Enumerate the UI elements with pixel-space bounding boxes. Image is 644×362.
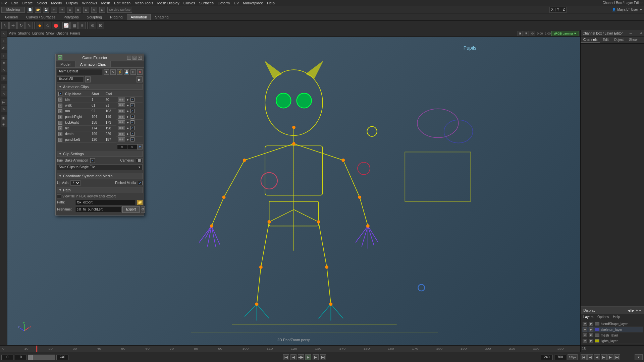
render-btn[interactable]: ▣ <box>1 115 7 121</box>
clip-check-3[interactable]: ✓ <box>130 115 135 119</box>
add-clip-btn[interactable]: + <box>137 144 143 149</box>
menu-display[interactable]: Display <box>66 1 78 5</box>
rotate-tool-btn[interactable]: ↻ <box>17 22 25 29</box>
new-file-btn[interactable]: 📄 <box>27 7 33 13</box>
undo-btn[interactable]: ↩ <box>51 7 57 13</box>
clip-drag-icon-6[interactable]: ≡ <box>58 132 62 136</box>
menu-edit[interactable]: Edit <box>11 1 18 5</box>
clip-end-0[interactable]: 60 <box>106 98 109 102</box>
clip-start-7[interactable]: 120 <box>92 138 97 141</box>
clip-play-btn-7[interactable]: ▶ <box>126 137 130 141</box>
r-go-end-btn[interactable]: ▶| <box>614 354 620 360</box>
paint-btn[interactable]: 🖌 <box>1 44 7 50</box>
snap-point-btn[interactable]: ⊡ <box>99 7 105 13</box>
snap-curve-btn[interactable]: ≋ <box>91 7 97 13</box>
go-start-btn[interactable]: |◀ <box>283 354 289 360</box>
clip-frames-btn-0[interactable]: ▦▦ <box>118 98 125 102</box>
clip-start-6[interactable]: 199 <box>92 132 97 136</box>
embed-media-checkbox[interactable] <box>138 181 143 185</box>
clip-check-0[interactable]: ✓ <box>130 98 135 102</box>
add-layer-btn[interactable]: + <box>636 308 638 313</box>
prev-layer-btn[interactable]: ◀ <box>628 308 630 313</box>
clip-start-4[interactable]: 158 <box>92 121 97 124</box>
coordinate-section-header[interactable]: ▼ Coordinate System and Media <box>57 173 143 179</box>
path-input[interactable] <box>75 200 136 205</box>
soft-sel-btn[interactable]: ⊂ <box>1 84 7 90</box>
move-tool-btn[interactable]: ✛ <box>9 22 17 29</box>
clip-drag-icon-4[interactable]: ≡ <box>58 121 62 125</box>
menu-uv[interactable]: UV <box>234 1 239 5</box>
export-btn[interactable]: Export <box>122 206 140 213</box>
clip-check-6[interactable]: ✓ <box>130 132 135 136</box>
vp-menu-view[interactable]: View <box>9 32 16 35</box>
bake-animation-checkbox[interactable] <box>90 158 95 163</box>
user-account[interactable]: 👤 Maya LT User ▼ <box>612 8 643 11</box>
cameras-btn[interactable]: ▦ <box>136 158 143 163</box>
clip-play-btn-4[interactable]: ▶ <box>126 120 130 124</box>
select-mode-btn[interactable]: ↖ <box>1 31 7 37</box>
step-back-btn[interactable]: ◀ <box>290 354 297 360</box>
export-mode-select[interactable]: Export All <box>57 76 84 82</box>
display-tab-help[interactable]: Help <box>611 315 621 319</box>
clip-start-0[interactable]: 1 <box>92 98 94 102</box>
ge-maximize-btn[interactable]: □ <box>132 56 137 60</box>
dope-sheet-btn[interactable]: ▦ <box>70 22 78 29</box>
menu-edit-mesh[interactable]: Edit Mesh <box>114 1 130 5</box>
tab-object[interactable]: Object <box>611 37 627 43</box>
clip-drag-icon-5[interactable]: ≡ <box>58 126 62 130</box>
clip-start-5[interactable]: 174 <box>92 126 97 130</box>
clip-frames-btn-3[interactable]: ▦▦ <box>118 115 125 119</box>
menu-file[interactable]: File <box>1 1 7 5</box>
clip-end-1[interactable]: 91 <box>106 104 109 107</box>
layer-v-btn-3[interactable]: V <box>583 339 587 343</box>
animation-clips-section-header[interactable]: ▼ Animation Clips <box>57 84 143 90</box>
clip-drag-icon-3[interactable]: ≡ <box>58 115 62 119</box>
layer-v-btn-0[interactable]: V <box>583 322 587 326</box>
vp-menu-lighting[interactable]: Lighting <box>32 32 44 35</box>
filename-input[interactable] <box>75 207 121 212</box>
layer-p-btn-0[interactable]: P <box>589 322 593 326</box>
range-bar[interactable] <box>28 355 55 360</box>
next-layer-btn[interactable]: ▶ <box>632 308 634 313</box>
path-folder-btn[interactable]: 📁 <box>137 200 143 205</box>
menu-deform[interactable]: Deform <box>218 1 230 5</box>
path-section-header[interactable]: ▼ Path <box>57 187 143 193</box>
clip-frames-btn-1[interactable]: ▦▦ <box>118 103 125 107</box>
select-tool-btn[interactable]: ↖ <box>1 22 9 29</box>
menu-surfaces[interactable]: Surfaces <box>199 1 214 5</box>
workspace-dropdown[interactable]: Modeling <box>1 7 25 13</box>
menu-curves[interactable]: Curves <box>183 1 195 5</box>
key-selected-btn[interactable]: ◇ <box>44 22 51 29</box>
menu-select[interactable]: Select <box>37 1 47 5</box>
export-settings-btn[interactable]: ⚙ <box>141 206 145 213</box>
clip-end-5[interactable]: 198 <box>106 126 111 130</box>
tab-channels[interactable]: Channels <box>581 37 600 43</box>
preset-copy-btn[interactable]: ⊞ <box>130 69 136 75</box>
preset-dropdown-btn[interactable]: ▼ <box>104 69 109 75</box>
clip-start-2[interactable]: 92 <box>92 109 95 113</box>
r-go-start-btn[interactable]: |◀ <box>581 354 587 360</box>
open-file-btn[interactable]: 📂 <box>35 7 41 13</box>
tab-sculpting[interactable]: Sculpting <box>83 14 106 20</box>
layer-v-btn-1[interactable]: V <box>583 327 587 331</box>
vp-icon1[interactable]: ▣ <box>518 31 523 36</box>
set-key-btn[interactable]: ◆ <box>36 22 43 29</box>
tab-edit[interactable]: Edit <box>600 37 611 43</box>
redo-btn[interactable]: ↪ <box>59 7 65 13</box>
tool1-btn[interactable]: ⊕ <box>67 7 73 13</box>
preset-key-btn[interactable]: ⚡ <box>117 69 122 75</box>
measure-btn[interactable]: ⊢ <box>1 99 7 105</box>
end-frame-input[interactable] <box>56 355 68 360</box>
save-file-btn[interactable]: 💾 <box>43 7 49 13</box>
vp-icon3[interactable]: ◎ <box>530 31 535 36</box>
clip-check-4[interactable]: ✓ <box>130 120 135 124</box>
go-end-btn[interactable]: ▶| <box>320 354 326 360</box>
clip-frames-btn-2[interactable]: ▦▦ <box>118 109 125 113</box>
layer-v-btn-2[interactable]: V <box>583 333 587 337</box>
clip-drag-icon-2[interactable]: ≡ <box>58 109 62 113</box>
tool2-btn[interactable]: ⊗ <box>75 7 81 13</box>
menu-mesh-tools[interactable]: Mesh Tools <box>135 1 153 5</box>
fps-btn[interactable]: 24fps <box>568 354 578 360</box>
xray-btn[interactable]: ☀ <box>1 121 7 127</box>
tab-shading[interactable]: Shading <box>151 14 172 20</box>
